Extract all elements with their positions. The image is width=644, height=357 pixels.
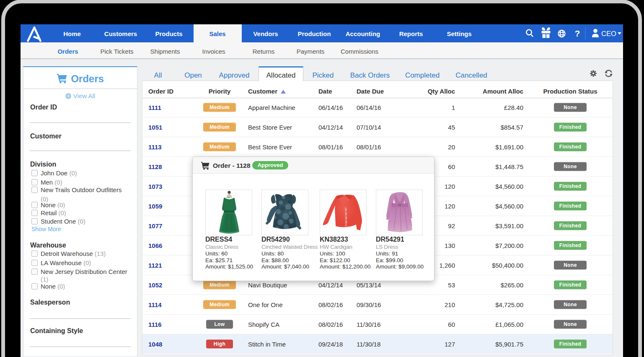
svg-text:CEO: CEO xyxy=(601,30,616,37)
svg-text:?: ? xyxy=(575,29,580,38)
